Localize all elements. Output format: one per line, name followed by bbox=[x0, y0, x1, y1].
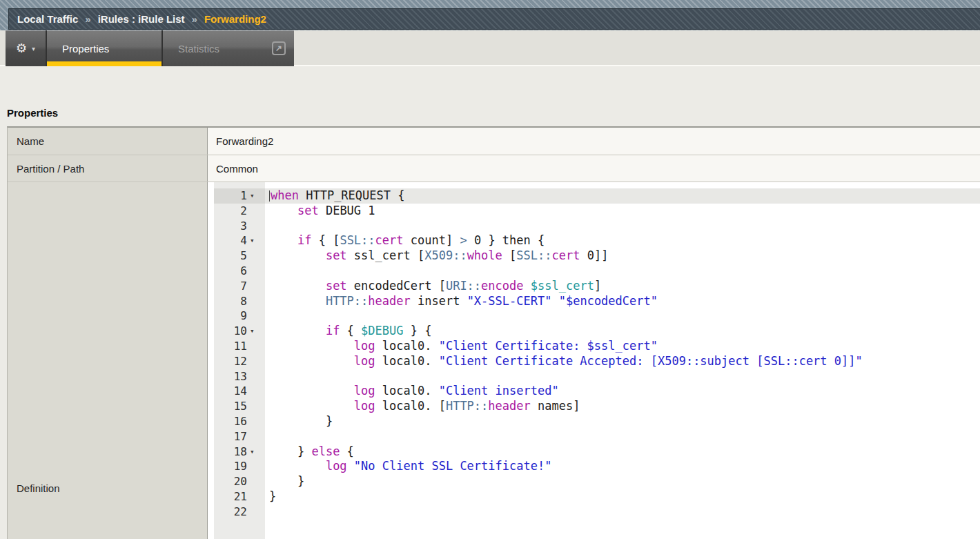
code-line[interactable]: 10▾ if { $DEBUG } { bbox=[214, 324, 980, 339]
code-text[interactable]: when HTTP_REQUEST { bbox=[265, 188, 980, 204]
line-number: 19 bbox=[214, 459, 247, 474]
code-line[interactable]: 15 log local0. [HTTP::header names] bbox=[214, 399, 980, 414]
code-token-kw: set bbox=[326, 248, 347, 262]
code-token-str: "X-SSL-CERT" bbox=[467, 294, 552, 308]
code-text[interactable]: log "No Client SSL Certificate!" bbox=[265, 459, 980, 474]
code-line[interactable]: 12 log local0. "Client Certificate Accep… bbox=[214, 354, 980, 369]
code-text[interactable] bbox=[265, 219, 980, 234]
breadcrumb-current-item: Forwarding2 bbox=[204, 13, 266, 25]
code-line[interactable]: 16 } bbox=[214, 414, 980, 429]
code-text[interactable]: if { $DEBUG } { bbox=[265, 324, 980, 339]
code-text[interactable]: if { [SSL::cert count] > 0 } then { bbox=[265, 233, 980, 248]
code-token-pl: encodedCert [ bbox=[347, 279, 446, 293]
code-token-pl bbox=[269, 354, 354, 368]
code-text[interactable] bbox=[265, 369, 980, 384]
code-line[interactable]: 5 set ssl_cert [X509::whole [SSL::cert 0… bbox=[214, 248, 980, 264]
code-token-str: "No Client SSL Certificate!" bbox=[354, 459, 552, 473]
code-token-ns: SSL:: bbox=[340, 233, 375, 247]
code-line[interactable]: 11 log local0. "Client Certificate: $ssl… bbox=[214, 339, 980, 354]
code-token-kw: when bbox=[271, 188, 299, 202]
line-number: 20 bbox=[214, 474, 247, 489]
fold-spacer bbox=[247, 474, 265, 489]
fold-spacer bbox=[247, 354, 265, 369]
code-token-kw: cert bbox=[551, 248, 580, 262]
code-line[interactable]: 4▾ if { [SSL::cert count] > 0 } then { bbox=[214, 233, 980, 248]
line-number: 17 bbox=[214, 429, 247, 444]
tab-properties[interactable]: Properties bbox=[47, 30, 163, 66]
code-line[interactable]: 17 bbox=[214, 429, 980, 444]
fold-spacer bbox=[247, 204, 265, 219]
tab-statistics[interactable]: Statistics ↗ bbox=[163, 30, 294, 66]
code-token-var: $DEBUG bbox=[361, 324, 403, 337]
fold-spacer bbox=[247, 384, 265, 399]
properties-table: Name Forwarding2 Partition / Path Common… bbox=[7, 126, 980, 539]
fold-spacer bbox=[247, 248, 265, 264]
line-number: 21 bbox=[214, 489, 247, 504]
code-text[interactable] bbox=[265, 504, 980, 520]
code-line[interactable]: 20 } bbox=[214, 474, 980, 489]
code-line[interactable]: 7 set encodedCert [URI::encode $ssl_cert… bbox=[214, 279, 980, 294]
code-line[interactable]: 18▾ } else { bbox=[214, 444, 980, 460]
code-text[interactable]: set encodedCert [URI::encode $ssl_cert] bbox=[265, 279, 980, 294]
code-text[interactable]: log local0. "Client inserted" bbox=[265, 384, 980, 399]
code-line[interactable]: 3 bbox=[214, 219, 980, 234]
code-token-pl: [ bbox=[502, 248, 516, 262]
breadcrumb-local-traffic[interactable]: Local Traffic bbox=[17, 13, 78, 25]
code-text[interactable]: set ssl_cert [X509::whole [SSL::cert 0]] bbox=[265, 248, 980, 264]
code-line[interactable]: 21} bbox=[214, 489, 980, 504]
code-lines[interactable]: 1▾when HTTP_REQUEST {2 set DEBUG 134▾ if… bbox=[214, 188, 980, 520]
fold-arrow-icon[interactable]: ▾ bbox=[247, 188, 265, 204]
options-menu-button[interactable]: ⚙ ▾ bbox=[6, 30, 47, 66]
code-token-kw: if bbox=[297, 233, 311, 247]
code-token-kw: log bbox=[326, 459, 347, 473]
code-line[interactable]: 22 bbox=[214, 504, 980, 520]
code-text[interactable]: set DEBUG 1 bbox=[265, 204, 980, 219]
breadcrumb-irule-list[interactable]: iRules : iRule List bbox=[98, 13, 185, 25]
fold-arrow-icon[interactable]: ▾ bbox=[247, 233, 265, 248]
code-token-pl: } bbox=[269, 489, 276, 503]
code-line[interactable]: 2 set DEBUG 1 bbox=[214, 204, 980, 219]
code-line[interactable]: 6 bbox=[214, 264, 980, 279]
code-line[interactable]: 19 log "No Client SSL Certificate!" bbox=[214, 459, 980, 474]
irule-code-editor[interactable]: 1▾when HTTP_REQUEST {2 set DEBUG 134▾ if… bbox=[208, 182, 980, 539]
table-row-partition: Partition / Path Common bbox=[8, 155, 980, 182]
code-text[interactable]: HTTP::header insert "X-SSL-CERT" "$encod… bbox=[265, 294, 980, 309]
fold-spacer bbox=[247, 264, 265, 279]
code-text[interactable]: } bbox=[265, 474, 980, 489]
line-number: 6 bbox=[214, 264, 247, 279]
code-text[interactable] bbox=[265, 264, 980, 279]
code-text[interactable]: } bbox=[265, 414, 980, 429]
code-token-pl: DEBUG 1 bbox=[319, 204, 375, 217]
page-title: Properties bbox=[7, 107, 58, 119]
code-text[interactable]: log local0. [HTTP::header names] bbox=[265, 399, 980, 414]
line-number: 2 bbox=[214, 204, 247, 219]
code-text[interactable] bbox=[265, 429, 980, 444]
code-token-kw: log bbox=[354, 399, 375, 413]
code-token-pl bbox=[269, 324, 326, 337]
code-line[interactable]: 14 log local0. "Client inserted" bbox=[214, 384, 980, 399]
code-line[interactable]: 9 bbox=[214, 308, 980, 324]
code-token-ns: SSL:: bbox=[516, 248, 551, 262]
fold-arrow-icon[interactable]: ▾ bbox=[247, 444, 265, 460]
line-number: 22 bbox=[214, 504, 247, 520]
code-token-kw: header bbox=[368, 294, 410, 308]
fold-arrow-icon[interactable]: ▾ bbox=[247, 324, 265, 339]
line-number: 5 bbox=[214, 248, 247, 264]
name-value: Forwarding2 bbox=[208, 128, 980, 155]
code-token-pl: } bbox=[269, 474, 304, 488]
code-line[interactable]: 8 HTTP::header insert "X-SSL-CERT" "$enc… bbox=[214, 294, 980, 309]
code-token-kw: set bbox=[297, 204, 319, 217]
code-token-pl bbox=[269, 279, 326, 293]
tab-statistics-label: Statistics bbox=[178, 43, 219, 55]
code-text[interactable]: } bbox=[265, 489, 980, 504]
code-text[interactable]: log local0. "Client Certificate Accepted… bbox=[265, 354, 980, 369]
code-text[interactable]: } else { bbox=[265, 444, 980, 460]
code-line[interactable]: 13 bbox=[214, 369, 980, 384]
code-token-kw: header bbox=[488, 399, 530, 413]
code-token-pl: local0. [ bbox=[375, 399, 446, 413]
code-text[interactable] bbox=[265, 308, 980, 324]
code-line[interactable]: 1▾when HTTP_REQUEST { bbox=[214, 188, 980, 204]
fold-spacer bbox=[247, 294, 265, 309]
code-text[interactable]: log local0. "Client Certificate: $ssl_ce… bbox=[265, 339, 980, 354]
code-token-pl bbox=[524, 279, 531, 293]
